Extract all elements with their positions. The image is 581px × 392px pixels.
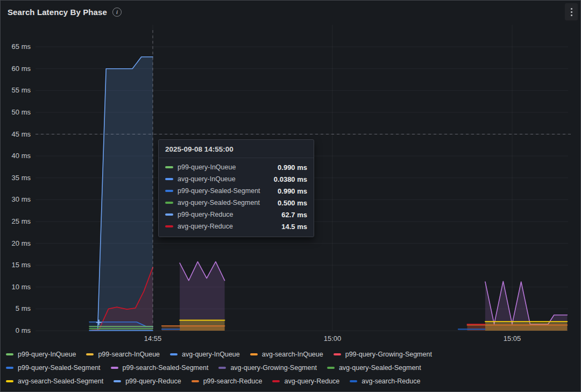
legend-item-label: p99-search-Sealed-Segment bbox=[123, 364, 209, 372]
legend-item-label: avg-search-InQueue bbox=[262, 351, 323, 358]
series-color-swatch bbox=[165, 178, 173, 180]
series-color-swatch bbox=[114, 380, 121, 382]
legend-item-p99-search-InQueue[interactable]: p99-search-InQueue bbox=[86, 351, 160, 358]
legend-item-label: p99-query-Growing-Segment bbox=[345, 351, 432, 358]
legend-item-label: avg-query-Growing-Segment bbox=[230, 364, 317, 372]
tooltip-series-value: 0.990 ms bbox=[278, 163, 307, 172]
series-color-swatch bbox=[327, 367, 335, 369]
y-axis-tick-label: 50 ms bbox=[4, 108, 31, 117]
y-axis-tick-label: 30 ms bbox=[4, 195, 31, 204]
chart-legend: p99-query-InQueuep99-search-InQueueavg-q… bbox=[6, 347, 442, 388]
tooltip-row: avg-query-Reduce14.5 ms bbox=[159, 220, 314, 232]
legend-item-p99-query-Reduce[interactable]: p99-query-Reduce bbox=[114, 377, 181, 385]
y-axis-tick-label: 0 ms bbox=[4, 326, 31, 335]
legend-item-label: p99-query-Sealed-Segment bbox=[18, 364, 101, 372]
tooltip-series-label: p99-query-Sealed-Segment bbox=[178, 187, 260, 195]
chart-tooltip: 2025-09-08 14:55:00 p99-query-InQueue0.9… bbox=[158, 139, 314, 237]
legend-row: p99-query-InQueuep99-search-InQueueavg-q… bbox=[6, 347, 442, 361]
legend-item-avg-search-Reduce[interactable]: avg-search-Reduce bbox=[350, 377, 420, 385]
series-color-swatch bbox=[165, 202, 173, 204]
y-axis-tick-label: 40 ms bbox=[4, 152, 31, 160]
tooltip-series-value: 62.7 ms bbox=[281, 211, 307, 219]
tooltip-series-value: 0.990 ms bbox=[278, 187, 307, 195]
legend-item-label: avg-query-Sealed-Segment bbox=[339, 364, 421, 372]
series-color-swatch bbox=[250, 353, 258, 355]
grafana-panel: Search Latency By Phase i 0 ms5 ms10 ms1… bbox=[0, 0, 581, 392]
tooltip-body: p99-query-InQueue0.990 msavg-query-InQue… bbox=[159, 158, 314, 237]
series-color-swatch bbox=[272, 380, 280, 382]
series-color-swatch bbox=[192, 380, 199, 382]
y-axis-tick-label: 55 ms bbox=[4, 86, 31, 95]
legend-item-p99-query-InQueue[interactable]: p99-query-InQueue bbox=[6, 351, 76, 358]
series-color-swatch bbox=[6, 353, 13, 355]
series-color-swatch bbox=[6, 380, 13, 382]
legend-item-avg-query-Reduce[interactable]: avg-query-Reduce bbox=[272, 377, 339, 385]
series-color-swatch bbox=[170, 353, 178, 355]
tooltip-series-value: 0.500 ms bbox=[278, 199, 307, 207]
legend-item-label: avg-search-Reduce bbox=[362, 377, 420, 385]
legend-item-avg-query-InQueue[interactable]: avg-query-InQueue bbox=[170, 351, 240, 358]
tooltip-series-value: 14.5 ms bbox=[281, 223, 307, 231]
legend-item-label: p99-query-Reduce bbox=[125, 377, 181, 385]
tooltip-row: p99-query-InQueue0.990 ms bbox=[159, 161, 314, 173]
tooltip-series-label: avg-query-Sealed-Segment bbox=[178, 199, 260, 206]
y-axis-tick-label: 35 ms bbox=[4, 174, 31, 182]
legend-item-avg-search-Sealed-Segment[interactable]: avg-search-Sealed-Segment bbox=[6, 377, 103, 385]
series-color-swatch bbox=[111, 367, 118, 369]
series-color-swatch bbox=[165, 190, 173, 192]
y-axis-tick-label: 15 ms bbox=[4, 261, 31, 269]
legend-row: avg-search-Sealed-Segmentp99-query-Reduc… bbox=[6, 374, 442, 388]
series-color-swatch bbox=[165, 213, 173, 216]
tooltip-row: avg-query-InQueue0.0380 ms bbox=[159, 173, 314, 185]
legend-item-label: p99-search-Reduce bbox=[203, 377, 263, 385]
tooltip-row: avg-query-Sealed-Segment0.500 ms bbox=[159, 197, 314, 209]
tooltip-series-label: p99-query-InQueue bbox=[178, 163, 236, 171]
tooltip-timestamp: 2025-09-08 14:55:00 bbox=[159, 140, 314, 158]
x-axis-tick-label: 15:00 bbox=[316, 334, 349, 343]
y-axis-tick-label: 25 ms bbox=[4, 217, 31, 226]
legend-item-label: p99-query-InQueue bbox=[18, 351, 76, 358]
series-color-swatch bbox=[165, 225, 173, 227]
x-axis-tick-label: 14:55 bbox=[137, 334, 169, 343]
y-axis-tick-label: 5 ms bbox=[4, 304, 31, 313]
legend-item-p99-search-Reduce[interactable]: p99-search-Reduce bbox=[192, 377, 263, 385]
y-axis-tick-label: 20 ms bbox=[4, 239, 31, 248]
series-color-swatch bbox=[218, 367, 226, 369]
tooltip-row: p99-query-Reduce62.7 ms bbox=[159, 209, 314, 220]
legend-item-avg-query-Growing-Segment[interactable]: avg-query-Growing-Segment bbox=[218, 364, 317, 372]
legend-item-label: p99-search-InQueue bbox=[98, 351, 160, 358]
legend-row: p99-query-Sealed-Segmentp99-search-Seale… bbox=[6, 361, 442, 374]
legend-item-avg-query-Sealed-Segment[interactable]: avg-query-Sealed-Segment bbox=[327, 364, 421, 372]
legend-item-label: avg-query-InQueue bbox=[182, 351, 240, 358]
series-color-swatch bbox=[334, 353, 341, 355]
tooltip-series-label: avg-query-InQueue bbox=[178, 175, 236, 183]
series-color-swatch bbox=[165, 166, 173, 168]
tooltip-series-label: p99-query-Reduce bbox=[178, 211, 233, 218]
series-color-swatch bbox=[6, 367, 13, 369]
legend-item-p99-query-Growing-Segment[interactable]: p99-query-Growing-Segment bbox=[334, 351, 432, 358]
tooltip-row: p99-query-Sealed-Segment0.990 ms bbox=[159, 185, 314, 197]
legend-item-avg-search-InQueue[interactable]: avg-search-InQueue bbox=[250, 351, 323, 358]
y-axis-tick-label: 65 ms bbox=[4, 42, 31, 51]
y-axis-tick-label: 60 ms bbox=[4, 65, 31, 73]
series-color-swatch bbox=[350, 380, 357, 382]
legend-item-label: avg-query-Reduce bbox=[284, 377, 339, 385]
legend-item-p99-query-Sealed-Segment[interactable]: p99-query-Sealed-Segment bbox=[6, 364, 101, 372]
y-axis-tick-label: 45 ms bbox=[4, 130, 31, 139]
y-axis-tick-label: 10 ms bbox=[4, 283, 31, 291]
tooltip-series-label: avg-query-Reduce bbox=[178, 223, 233, 230]
x-axis-tick-label: 15:05 bbox=[496, 334, 528, 343]
tooltip-series-value: 0.0380 ms bbox=[274, 175, 307, 183]
series-color-swatch bbox=[86, 353, 94, 355]
legend-item-p99-search-Sealed-Segment[interactable]: p99-search-Sealed-Segment bbox=[111, 364, 209, 372]
legend-item-label: avg-search-Sealed-Segment bbox=[18, 377, 103, 385]
